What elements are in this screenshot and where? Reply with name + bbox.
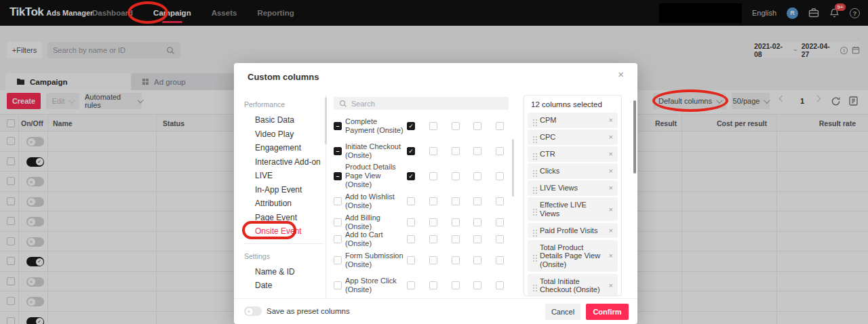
confirm-button[interactable]: Confirm (586, 304, 629, 320)
remove-column-icon[interactable]: × (609, 184, 613, 192)
category-item-in-app-event[interactable]: In-App Event (244, 183, 324, 197)
sidebar-scrollbar[interactable] (325, 97, 327, 144)
metric-column-checkbox[interactable] (496, 218, 504, 226)
metric-column-checkbox[interactable] (473, 147, 481, 155)
metric-column-checkbox[interactable] (429, 281, 437, 289)
category-item-live[interactable]: LIVE (244, 169, 324, 183)
metric-column-checkbox[interactable] (452, 218, 460, 226)
metric-column-checkbox[interactable] (407, 122, 415, 130)
metric-row-checkbox[interactable] (334, 197, 342, 205)
drag-handle-icon[interactable] (533, 209, 534, 210)
drag-handle-icon[interactable] (533, 255, 534, 256)
remove-column-icon[interactable]: × (609, 281, 613, 289)
metric-column-checkbox[interactable] (452, 122, 460, 130)
metric-column-checkbox[interactable] (429, 235, 437, 243)
metric-column-checkbox[interactable] (452, 147, 460, 155)
selected-column-chip[interactable]: LIVE Views× (528, 180, 618, 196)
metric-column-checkbox[interactable] (452, 172, 460, 180)
close-icon[interactable]: × (618, 68, 624, 80)
remove-column-icon[interactable]: × (609, 133, 613, 141)
metric-column-checkbox[interactable] (429, 147, 437, 155)
drag-handle-icon[interactable] (533, 230, 534, 231)
selected-columns-count: 12 columns selected (524, 96, 621, 113)
metric-column-checkbox[interactable] (496, 122, 504, 130)
metric-column-checkbox[interactable] (407, 256, 415, 264)
custom-columns-modal: Custom columns × PerformanceBasic DataVi… (234, 63, 637, 324)
metric-column-checkbox[interactable] (407, 172, 415, 180)
selected-column-chip[interactable]: CPM× (528, 113, 618, 128)
category-item-basic-data[interactable]: Basic Data (244, 113, 324, 127)
metric-column-checkbox[interactable] (452, 235, 460, 243)
metric-column-checkbox[interactable] (452, 256, 460, 264)
metric-row-checkbox[interactable] (334, 122, 342, 130)
metric-column-checkbox[interactable] (407, 235, 415, 243)
remove-column-icon[interactable]: × (609, 116, 613, 124)
drag-handle-icon[interactable] (533, 170, 534, 171)
metric-column-checkbox[interactable] (496, 281, 504, 289)
metric-column-checkbox[interactable] (496, 172, 504, 180)
metric-column-checkbox[interactable] (496, 235, 504, 243)
selected-column-chip[interactable]: Total Initiate Checkout (Onsite)× (528, 274, 618, 297)
remove-column-icon[interactable]: × (609, 251, 613, 260)
metric-search-bar[interactable] (334, 97, 509, 110)
remove-column-icon[interactable]: × (609, 167, 613, 175)
selected-column-chip[interactable]: Clicks× (528, 163, 618, 179)
category-item-attribution[interactable]: Attribution (244, 197, 324, 211)
search-icon (339, 100, 347, 108)
metric-column-checkbox[interactable] (496, 256, 504, 264)
category-item-date[interactable]: Date (244, 279, 324, 293)
remove-column-icon[interactable]: × (609, 205, 613, 214)
metric-column-checkbox[interactable] (407, 218, 415, 226)
metric-row-checkbox[interactable] (334, 235, 342, 243)
metric-search-input[interactable] (351, 100, 503, 108)
save-preset-toggle[interactable]: × (244, 306, 262, 316)
selected-column-label: CPC (536, 133, 609, 142)
drag-handle-icon[interactable] (533, 153, 534, 155)
metric-column-checkbox[interactable] (429, 172, 437, 180)
metric-column-checkbox[interactable] (473, 256, 481, 264)
cancel-button[interactable]: Cancel (545, 304, 580, 320)
metric-column-checkbox[interactable] (407, 147, 415, 155)
selected-column-chip[interactable]: Total Product Details Page View (Onsite)… (528, 240, 618, 272)
remove-column-icon[interactable]: × (609, 150, 613, 158)
metric-column-checkbox[interactable] (473, 122, 481, 130)
category-item-page-event[interactable]: Page Event (244, 211, 324, 225)
selected-column-chip[interactable]: Paid Profile Visits× (528, 223, 618, 239)
selected-column-chip[interactable]: CPC× (528, 129, 618, 145)
metric-row-checkbox[interactable] (334, 147, 342, 155)
drag-handle-icon[interactable] (533, 136, 534, 138)
category-item-engagement[interactable]: Engagement (244, 141, 324, 155)
category-item-video-play[interactable]: Video Play (244, 127, 324, 142)
category-item-interactive-add-on[interactable]: Interactive Add-on (244, 155, 324, 169)
metric-column-checkbox[interactable] (429, 122, 437, 130)
selected-column-chip[interactable]: Effective LIVE Views× (528, 197, 618, 221)
metric-column-checkbox[interactable] (473, 197, 481, 205)
metric-row-checkbox[interactable] (334, 172, 342, 180)
metric-column-checkbox[interactable] (496, 147, 504, 155)
metric-row-checkbox[interactable] (334, 281, 342, 289)
category-item-name-id[interactable]: Name & ID (244, 265, 324, 279)
drag-handle-icon[interactable] (533, 187, 534, 188)
remove-column-icon[interactable]: × (609, 226, 613, 235)
metric-column-checkbox[interactable] (496, 197, 504, 205)
modal-scrollbar[interactable] (633, 100, 636, 174)
metric-column-checkbox[interactable] (407, 197, 415, 205)
metric-column-checkbox[interactable] (452, 281, 460, 289)
metric-column-checkbox[interactable] (452, 197, 460, 205)
metric-column-checkbox[interactable] (429, 197, 437, 205)
metric-column-checkbox[interactable] (407, 281, 415, 289)
metric-list-scrollbar[interactable] (512, 139, 514, 197)
metric-column-checkbox[interactable] (473, 218, 481, 226)
drag-handle-icon[interactable] (533, 119, 534, 121)
metric-column-checkbox[interactable] (429, 256, 437, 264)
category-item-onsite-event[interactable]: Onsite Event (244, 224, 324, 239)
metric-row-checkbox[interactable] (334, 256, 342, 264)
metric-column-checkbox[interactable] (473, 235, 481, 243)
metric-column-checkbox[interactable] (473, 281, 481, 289)
drag-handle-icon[interactable] (533, 285, 534, 286)
selected-columns-panel: 12 columns selected CPM×CPC×CTR×Clicks×L… (524, 95, 622, 296)
metric-column-checkbox[interactable] (473, 172, 481, 180)
metric-column-checkbox[interactable] (429, 218, 437, 226)
selected-column-chip[interactable]: CTR× (528, 146, 618, 162)
metric-row-checkbox[interactable] (334, 218, 342, 226)
